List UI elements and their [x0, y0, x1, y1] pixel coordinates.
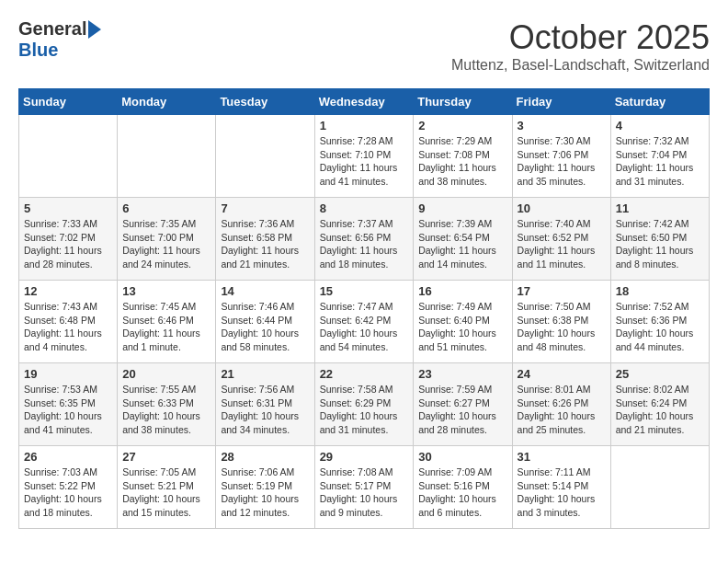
day-info: Sunrise: 7:56 AM Sunset: 6:31 PM Dayligh…	[221, 383, 309, 437]
day-number: 17	[518, 284, 606, 298]
day-info: Sunrise: 7:36 AM Sunset: 6:58 PM Dayligh…	[221, 217, 309, 271]
day-number: 19	[24, 367, 112, 381]
calendar-cell: 28Sunrise: 7:06 AM Sunset: 5:19 PM Dayli…	[216, 446, 314, 529]
calendar-cell: 26Sunrise: 7:03 AM Sunset: 5:22 PM Dayli…	[19, 446, 118, 529]
calendar-cell: 31Sunrise: 7:11 AM Sunset: 5:14 PM Dayli…	[512, 446, 610, 529]
day-info: Sunrise: 7:42 AM Sunset: 6:50 PM Dayligh…	[616, 217, 704, 271]
logo-general-text: General	[18, 18, 86, 40]
weekday-header-wednesday: Wednesday	[314, 89, 414, 115]
day-info: Sunrise: 7:29 AM Sunset: 7:08 PM Dayligh…	[418, 134, 506, 189]
day-info: Sunrise: 7:53 AM Sunset: 6:35 PM Dayligh…	[24, 383, 112, 437]
calendar-cell	[19, 115, 118, 198]
calendar-cell: 14Sunrise: 7:46 AM Sunset: 6:44 PM Dayli…	[216, 281, 314, 363]
day-number: 11	[616, 201, 704, 215]
weekday-header-row: SundayMondayTuesdayWednesdayThursdayFrid…	[19, 89, 710, 115]
day-info: Sunrise: 7:37 AM Sunset: 6:56 PM Dayligh…	[320, 217, 409, 271]
logo-blue-text: Blue	[18, 40, 58, 61]
calendar-cell	[610, 446, 709, 529]
day-info: Sunrise: 7:55 AM Sunset: 6:33 PM Dayligh…	[122, 383, 210, 437]
day-info: Sunrise: 7:50 AM Sunset: 6:38 PM Dayligh…	[518, 300, 606, 354]
day-number: 15	[320, 284, 409, 298]
day-number: 4	[616, 119, 704, 132]
calendar-cell: 30Sunrise: 7:09 AM Sunset: 5:16 PM Dayli…	[414, 446, 512, 529]
weekday-header-friday: Friday	[512, 89, 610, 115]
day-info: Sunrise: 7:08 AM Sunset: 5:17 PM Dayligh…	[320, 465, 409, 520]
week-row-1: 1Sunrise: 7:28 AM Sunset: 7:10 PM Daylig…	[19, 115, 710, 198]
day-info: Sunrise: 7:46 AM Sunset: 6:44 PM Dayligh…	[221, 300, 309, 354]
calendar-cell: 24Sunrise: 8:01 AM Sunset: 6:26 PM Dayli…	[512, 363, 610, 446]
day-number: 22	[320, 367, 409, 381]
calendar-cell: 16Sunrise: 7:49 AM Sunset: 6:40 PM Dayli…	[414, 281, 512, 363]
day-info: Sunrise: 7:09 AM Sunset: 5:16 PM Dayligh…	[418, 465, 506, 520]
day-number: 27	[122, 450, 210, 464]
day-info: Sunrise: 7:49 AM Sunset: 6:40 PM Dayligh…	[418, 300, 506, 354]
day-number: 1	[320, 119, 409, 132]
day-number: 23	[418, 367, 506, 381]
week-row-3: 12Sunrise: 7:43 AM Sunset: 6:48 PM Dayli…	[19, 281, 710, 363]
calendar-cell: 15Sunrise: 7:47 AM Sunset: 6:42 PM Dayli…	[314, 281, 414, 363]
logo: General Blue	[18, 18, 101, 61]
calendar-cell: 7Sunrise: 7:36 AM Sunset: 6:58 PM Daylig…	[216, 198, 314, 281]
calendar-cell: 9Sunrise: 7:39 AM Sunset: 6:54 PM Daylig…	[414, 198, 512, 281]
day-info: Sunrise: 7:28 AM Sunset: 7:10 PM Dayligh…	[320, 134, 409, 189]
calendar-table: SundayMondayTuesdayWednesdayThursdayFrid…	[18, 88, 710, 529]
week-row-2: 5Sunrise: 7:33 AM Sunset: 7:02 PM Daylig…	[19, 198, 710, 281]
weekday-header-sunday: Sunday	[19, 89, 118, 115]
calendar-cell: 18Sunrise: 7:52 AM Sunset: 6:36 PM Dayli…	[610, 281, 709, 363]
weekday-header-thursday: Thursday	[414, 89, 512, 115]
calendar-cell: 23Sunrise: 7:59 AM Sunset: 6:27 PM Dayli…	[414, 363, 512, 446]
day-number: 5	[24, 201, 112, 215]
day-info: Sunrise: 7:11 AM Sunset: 5:14 PM Dayligh…	[518, 465, 606, 520]
day-info: Sunrise: 7:32 AM Sunset: 7:04 PM Dayligh…	[616, 134, 704, 189]
day-number: 13	[122, 284, 210, 298]
month-title: October 2025	[451, 18, 710, 57]
calendar-cell: 21Sunrise: 7:56 AM Sunset: 6:31 PM Dayli…	[216, 363, 314, 446]
day-number: 10	[518, 201, 606, 215]
calendar-cell: 10Sunrise: 7:40 AM Sunset: 6:52 PM Dayli…	[512, 198, 610, 281]
day-number: 20	[122, 367, 210, 381]
day-number: 21	[221, 367, 309, 381]
day-number: 30	[418, 450, 506, 464]
day-info: Sunrise: 7:45 AM Sunset: 6:46 PM Dayligh…	[122, 300, 210, 354]
week-row-5: 26Sunrise: 7:03 AM Sunset: 5:22 PM Dayli…	[19, 446, 710, 529]
day-info: Sunrise: 7:30 AM Sunset: 7:06 PM Dayligh…	[518, 134, 606, 189]
day-info: Sunrise: 7:59 AM Sunset: 6:27 PM Dayligh…	[418, 383, 506, 437]
calendar-cell: 6Sunrise: 7:35 AM Sunset: 7:00 PM Daylig…	[118, 198, 216, 281]
calendar-cell: 27Sunrise: 7:05 AM Sunset: 5:21 PM Dayli…	[118, 446, 216, 529]
day-number: 3	[518, 119, 606, 132]
day-number: 16	[418, 284, 506, 298]
calendar-cell: 5Sunrise: 7:33 AM Sunset: 7:02 PM Daylig…	[19, 198, 118, 281]
calendar-cell	[118, 115, 216, 198]
day-number: 8	[320, 201, 409, 215]
calendar-cell: 22Sunrise: 7:58 AM Sunset: 6:29 PM Dayli…	[314, 363, 414, 446]
calendar-cell: 20Sunrise: 7:55 AM Sunset: 6:33 PM Dayli…	[118, 363, 216, 446]
day-number: 28	[221, 450, 309, 464]
calendar-cell: 2Sunrise: 7:29 AM Sunset: 7:08 PM Daylig…	[414, 115, 512, 198]
day-info: Sunrise: 7:43 AM Sunset: 6:48 PM Dayligh…	[24, 300, 112, 354]
day-info: Sunrise: 7:33 AM Sunset: 7:02 PM Dayligh…	[24, 217, 112, 271]
day-number: 31	[518, 450, 606, 464]
calendar-cell: 19Sunrise: 7:53 AM Sunset: 6:35 PM Dayli…	[19, 363, 118, 446]
day-info: Sunrise: 7:05 AM Sunset: 5:21 PM Dayligh…	[122, 465, 210, 520]
logo-arrow-icon	[88, 20, 101, 39]
calendar-cell: 29Sunrise: 7:08 AM Sunset: 5:17 PM Dayli…	[314, 446, 414, 529]
day-info: Sunrise: 8:01 AM Sunset: 6:26 PM Dayligh…	[518, 383, 606, 437]
day-number: 2	[418, 119, 506, 132]
calendar-cell: 13Sunrise: 7:45 AM Sunset: 6:46 PM Dayli…	[118, 281, 216, 363]
day-number: 14	[221, 284, 309, 298]
day-info: Sunrise: 7:39 AM Sunset: 6:54 PM Dayligh…	[418, 217, 506, 271]
calendar-cell: 17Sunrise: 7:50 AM Sunset: 6:38 PM Dayli…	[512, 281, 610, 363]
calendar-cell: 1Sunrise: 7:28 AM Sunset: 7:10 PM Daylig…	[314, 115, 414, 198]
day-info: Sunrise: 7:06 AM Sunset: 5:19 PM Dayligh…	[221, 465, 309, 520]
week-row-4: 19Sunrise: 7:53 AM Sunset: 6:35 PM Dayli…	[19, 363, 710, 446]
day-number: 12	[24, 284, 112, 298]
day-info: Sunrise: 8:02 AM Sunset: 6:24 PM Dayligh…	[616, 383, 704, 437]
page-header: General Blue October 2025 Muttenz, Basel…	[18, 18, 710, 74]
day-info: Sunrise: 7:03 AM Sunset: 5:22 PM Dayligh…	[24, 465, 112, 520]
day-number: 7	[221, 201, 309, 215]
weekday-header-saturday: Saturday	[610, 89, 709, 115]
day-number: 26	[24, 450, 112, 464]
day-number: 24	[518, 367, 606, 381]
calendar-cell	[216, 115, 314, 198]
day-info: Sunrise: 7:47 AM Sunset: 6:42 PM Dayligh…	[320, 300, 409, 354]
